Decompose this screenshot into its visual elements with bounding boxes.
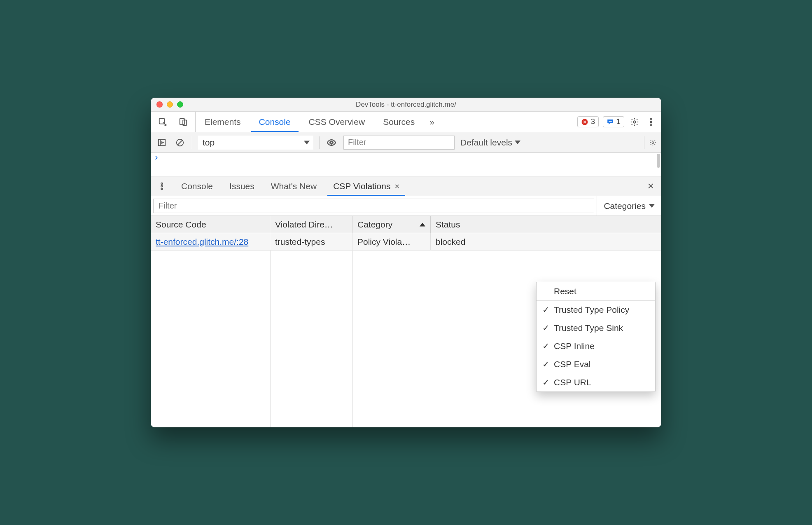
table-header: Source Code Violated Dire… Category Stat…: [151, 216, 661, 233]
tab-console[interactable]: Console: [250, 112, 300, 132]
console-output[interactable]: ›: [151, 153, 661, 176]
col-status[interactable]: Status: [431, 216, 661, 233]
console-settings-icon[interactable]: [644, 136, 656, 149]
drawer-tabs: Console Issues What's New CSP Violations…: [151, 176, 661, 196]
console-toolbar: top Default levels: [151, 132, 661, 153]
drawer-tab-label: CSP Violations: [333, 181, 390, 191]
drawer-tab-whats-new[interactable]: What's New: [263, 176, 325, 196]
error-icon: [581, 118, 588, 126]
sidebar-toggle-icon[interactable]: [156, 136, 168, 149]
device-toggle-icon[interactable]: [177, 116, 189, 128]
drawer: Console Issues What's New CSP Violations…: [151, 176, 661, 427]
svg-point-13: [161, 185, 163, 187]
svg-point-14: [161, 188, 163, 190]
kebab-menu-icon[interactable]: [645, 116, 657, 128]
errors-count: 3: [591, 117, 595, 126]
dropdown-reset[interactable]: Reset: [537, 282, 655, 300]
col-category[interactable]: Category: [352, 216, 431, 233]
tab-css-overview[interactable]: CSS Overview: [300, 112, 374, 132]
main-tabs: Elements Console CSS Overview Sources: [196, 112, 424, 132]
dropdown-option-csp-url[interactable]: CSP URL: [537, 373, 655, 391]
close-tab-icon[interactable]: ×: [394, 182, 399, 190]
live-expression-icon[interactable]: [325, 136, 338, 149]
col-violated-directive[interactable]: Violated Dire…: [270, 216, 352, 233]
col-source-code[interactable]: Source Code: [151, 216, 270, 233]
console-filter-input[interactable]: [343, 136, 455, 150]
settings-gear-icon[interactable]: [628, 116, 641, 128]
close-window-button[interactable]: [156, 101, 163, 108]
drawer-tab-issues[interactable]: Issues: [221, 176, 263, 196]
drawer-more-icon[interactable]: [151, 176, 173, 196]
messages-count: 1: [616, 117, 621, 126]
dropdown-option-trusted-type-policy[interactable]: Trusted Type Policy: [537, 301, 655, 319]
categories-label: Categories: [604, 201, 646, 211]
dropdown-option-csp-eval[interactable]: CSP Eval: [537, 355, 655, 373]
cell-category: Policy Viola…: [352, 233, 431, 250]
errors-badge[interactable]: 3: [577, 116, 599, 127]
prompt-chevron-icon: ›: [155, 152, 158, 163]
chevron-down-icon: [304, 141, 310, 144]
svg-point-5: [650, 118, 652, 120]
clear-console-icon[interactable]: [174, 136, 186, 149]
svg-point-12: [161, 183, 163, 184]
main-toolbar: Elements Console CSS Overview Sources » …: [151, 112, 661, 132]
drawer-tab-console[interactable]: Console: [173, 176, 221, 196]
dropdown-option-csp-inline[interactable]: CSP Inline: [537, 337, 655, 355]
cell-status: blocked: [431, 233, 661, 250]
scrollbar-thumb[interactable]: [657, 154, 660, 168]
log-levels-label: Default levels: [460, 138, 512, 148]
divider: [192, 136, 192, 149]
categories-dropdown-button[interactable]: Categories: [597, 196, 661, 216]
window-title: DevTools - tt-enforced.glitch.me/: [151, 101, 661, 109]
csp-filter-input[interactable]: [153, 199, 594, 213]
titlebar: DevTools - tt-enforced.glitch.me/: [151, 98, 661, 112]
message-icon: [607, 118, 614, 126]
categories-dropdown: Reset Trusted Type Policy Trusted Type S…: [536, 282, 656, 392]
svg-point-11: [652, 141, 653, 143]
tabs-overflow-icon[interactable]: »: [424, 112, 440, 132]
context-selector[interactable]: top: [198, 136, 313, 150]
context-label: top: [203, 138, 215, 147]
cell-directive: trusted-types: [270, 233, 352, 250]
source-link[interactable]: tt-enforced.glitch.me/:28: [156, 237, 248, 247]
tab-sources[interactable]: Sources: [374, 112, 424, 132]
svg-rect-1: [180, 118, 184, 124]
dropdown-option-trusted-type-sink[interactable]: Trusted Type Sink: [537, 319, 655, 337]
svg-point-10: [331, 142, 332, 143]
minimize-window-button[interactable]: [167, 101, 173, 108]
window-controls: [151, 101, 183, 108]
svg-point-7: [650, 124, 652, 125]
csp-filter-row: Categories: [151, 196, 661, 216]
inspect-icon[interactable]: [156, 116, 169, 128]
chevron-down-icon: [649, 204, 655, 208]
log-levels-selector[interactable]: Default levels: [460, 138, 520, 148]
cell-source: tt-enforced.glitch.me/:28: [151, 233, 270, 250]
svg-point-6: [650, 121, 652, 123]
drawer-tab-csp-violations[interactable]: CSP Violations ×: [325, 176, 408, 196]
chevron-down-icon: [515, 141, 520, 144]
divider: [319, 136, 320, 149]
table-row[interactable]: tt-enforced.glitch.me/:28 trusted-types …: [151, 233, 661, 251]
svg-point-4: [633, 121, 636, 123]
zoom-window-button[interactable]: [177, 101, 183, 108]
messages-badge[interactable]: 1: [603, 116, 624, 127]
drawer-close-icon[interactable]: ×: [640, 176, 661, 196]
devtools-window: DevTools - tt-enforced.glitch.me/ Elemen…: [151, 98, 661, 427]
tab-elements[interactable]: Elements: [196, 112, 250, 132]
csp-table: Source Code Violated Dire… Category Stat…: [151, 216, 661, 427]
